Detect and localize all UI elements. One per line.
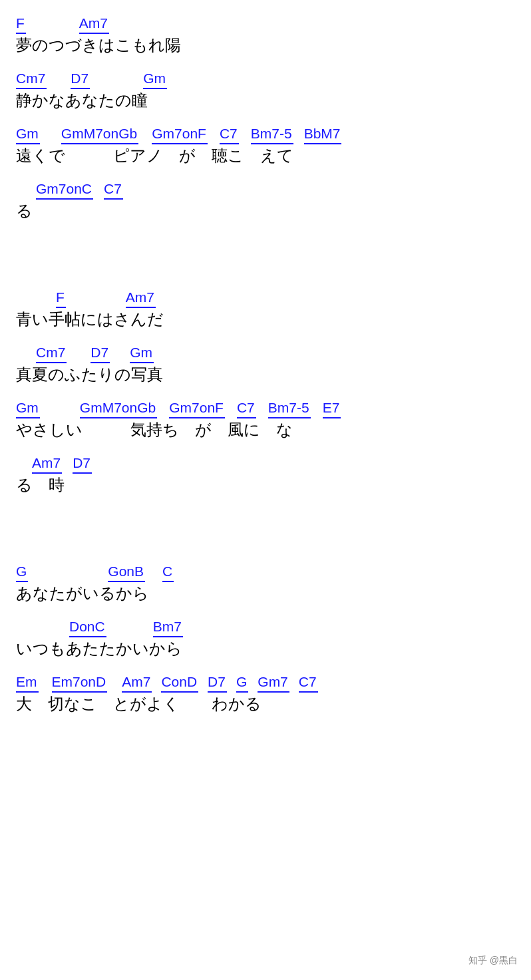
chord-D7-4: D7 — [208, 672, 227, 693]
lyric-10: いつもあたたかいから — [16, 637, 515, 660]
chord-Gm7onF: Gm7onF — [152, 124, 208, 144]
lyric-5: 青い手帖にはさんだ — [16, 308, 515, 331]
chord-GonB: GonB — [108, 562, 145, 582]
section-10: DonC Bm7 いつもあたたかいから — [16, 617, 515, 660]
chord-D7-3: D7 — [73, 453, 92, 474]
chord-Bm7-5-2: Bm7-5 — [268, 398, 311, 418]
chord-Em7onD: Em7onD — [52, 672, 108, 693]
chord-Cm7-2: Cm7 — [36, 343, 67, 363]
lyric-4: る — [16, 200, 515, 222]
chord-C7-2: C7 — [104, 179, 123, 200]
chord-Gm-3: Gm — [130, 343, 154, 363]
chord-F: F — [16, 13, 26, 34]
chords-row-7: Gm GmM7onGb Gm7onF C7 Bm7-5 E7 — [16, 398, 515, 418]
chords-row-11: Em Em7onD Am7 ConD D7 G Gm7 C7 — [16, 672, 515, 693]
lyric-6: 真夏のふたりの写真 — [16, 363, 515, 386]
chord-ConD: ConD — [161, 672, 198, 693]
chord-Gm7: Gm7 — [258, 672, 289, 693]
chord-Am7-3: Am7 — [32, 453, 62, 474]
lyric-11: 大 切なこ とがよく わかる — [16, 693, 515, 715]
chord-GmM7onGb-2: GmM7onGb — [80, 398, 157, 418]
chord-G-2: G — [236, 672, 248, 693]
chords-row-6: Cm7 D7 Gm — [16, 343, 515, 363]
page-content: F Am7 夢のつづきはこもれ陽 Cm7 D7 Gm 静かなあなたの瞳 Gm G… — [16, 13, 515, 715]
chords-row-2: Cm7 D7 Gm — [16, 69, 515, 89]
lyric-3: 遠くで ピアノ が 聴こ えて — [16, 144, 515, 167]
chord-BbM7: BbM7 — [304, 124, 342, 144]
chord-Gm-4: Gm — [16, 398, 40, 418]
chords-row-8: Am7 D7 — [16, 453, 515, 474]
chords-row-9: G GonB C — [16, 562, 515, 582]
section-1: F Am7 夢のつづきはこもれ陽 — [16, 13, 515, 57]
chord-Bm7: Bm7 — [153, 617, 183, 637]
chord-Am7: Am7 — [79, 13, 109, 34]
chords-row-1: F Am7 — [16, 13, 515, 34]
section-11: Em Em7onD Am7 ConD D7 G Gm7 C7 大 切なこ とがよ… — [16, 672, 515, 715]
gap-2 — [16, 508, 515, 562]
chord-D7-2: D7 — [90, 343, 110, 363]
chord-GmM7onGb: GmM7onGb — [61, 124, 138, 144]
chord-DonC: DonC — [69, 617, 106, 637]
chord-Gm: Gm — [143, 69, 167, 89]
chord-E7: E7 — [323, 398, 341, 418]
chords-row-4: Gm7onC C7 — [16, 179, 515, 200]
chord-C: C — [162, 562, 174, 582]
chord-C7-3: C7 — [237, 398, 256, 418]
lyric-2: 静かなあなたの瞳 — [16, 89, 515, 112]
section-9: G GonB C あなたがいるから — [16, 562, 515, 605]
section-8: Am7 D7 る 時 — [16, 453, 515, 496]
section-7: Gm GmM7onGb Gm7onF C7 Bm7-5 E7 やさしい 気持ち … — [16, 398, 515, 441]
chord-Gm7onF-2: Gm7onF — [169, 398, 225, 418]
lyric-1: 夢のつづきはこもれ陽 — [16, 34, 515, 57]
chord-Bm7-5: Bm7-5 — [251, 124, 293, 144]
chord-Gm7onC: Gm7onC — [36, 179, 93, 200]
watermark: 知乎 @黒白 — [468, 955, 518, 967]
chord-Am7-4: Am7 — [122, 672, 152, 693]
chord-F-2: F — [56, 287, 66, 308]
section-6: Cm7 D7 Gm 真夏のふたりの写真 — [16, 343, 515, 386]
gap-1 — [16, 234, 515, 287]
chord-Em: Em — [16, 672, 39, 693]
section-2: Cm7 D7 Gm 静かなあなたの瞳 — [16, 69, 515, 112]
chords-row-3: Gm GmM7onGb Gm7onF C7 Bm7-5 BbM7 — [16, 124, 515, 144]
lyric-7: やさしい 気持ち が 風に な — [16, 418, 515, 441]
chord-G: G — [16, 562, 28, 582]
chord-C7: C7 — [220, 124, 239, 144]
chord-Gm-2: Gm — [16, 124, 40, 144]
section-5: F Am7 青い手帖にはさんだ — [16, 287, 515, 331]
chord-D7: D7 — [71, 69, 90, 89]
section-4: Gm7onC C7 る — [16, 179, 515, 222]
chord-C7-4: C7 — [299, 672, 318, 693]
chord-Cm7: Cm7 — [16, 69, 47, 89]
lyric-9: あなたがいるから — [16, 582, 515, 605]
chords-row-10: DonC Bm7 — [16, 617, 515, 637]
lyric-8: る 時 — [16, 474, 515, 496]
section-3: Gm GmM7onGb Gm7onF C7 Bm7-5 BbM7 遠くで ピアノ… — [16, 124, 515, 167]
chords-row-5: F Am7 — [16, 287, 515, 308]
chord-Am7-2: Am7 — [126, 287, 156, 308]
